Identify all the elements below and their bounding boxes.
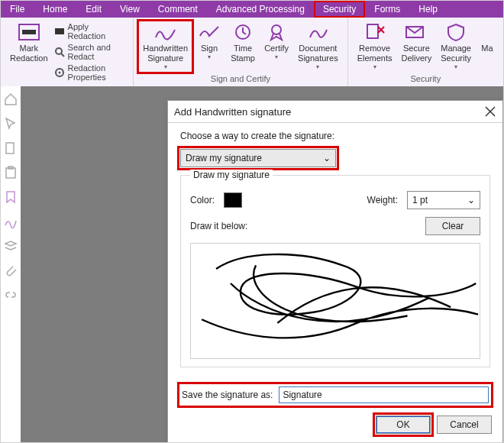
menu-forms[interactable]: Forms: [365, 1, 409, 18]
menu-home[interactable]: Home: [34, 1, 76, 18]
draw-panel-title: Draw my signature: [190, 170, 273, 180]
ok-button[interactable]: OK: [376, 416, 431, 434]
menu-file[interactable]: File: [1, 1, 34, 18]
chevron-down-icon: ⌄: [323, 153, 331, 163]
handwritten-signature-button[interactable]: Handwritten Signature▾: [138, 21, 192, 73]
save-as-label: Save the signature as:: [182, 390, 273, 400]
chevron-down-icon: ▾: [373, 63, 376, 71]
chevron-down-icon: ▾: [164, 63, 167, 71]
menu-help[interactable]: Help: [409, 1, 447, 18]
color-label: Color:: [190, 195, 215, 205]
weight-label: Weight:: [367, 195, 398, 205]
redaction-icon: [17, 22, 41, 42]
chevron-down-icon: ▾: [275, 53, 278, 61]
link-icon[interactable]: [4, 288, 18, 302]
manage-security-button-cut[interactable]: Ma: [476, 21, 499, 55]
cursor-icon[interactable]: [4, 117, 18, 131]
left-panel: [1, 86, 21, 442]
add-handwritten-signature-dialog: Add Handwritten signature Choose a way t…: [167, 100, 503, 443]
time-stamp-button[interactable]: Time Stamp: [226, 21, 260, 65]
sign-icon: [197, 22, 221, 42]
remove-elements-button[interactable]: Remove Elements▾: [353, 21, 397, 73]
mark-redaction-button[interactable]: Mark Redaction: [5, 21, 53, 65]
sign-certify-group-label: Sign and Certify: [138, 73, 342, 83]
apply-redaction-item[interactable]: Apply Redaction: [54, 22, 128, 40]
signature-method-value: Draw my signature: [186, 153, 262, 163]
envelope-lock-icon: [404, 22, 428, 42]
document-signatures-icon: [305, 22, 330, 42]
secure-delivery-button[interactable]: Secure Delivery: [397, 21, 437, 65]
weight-value: 1 pt: [412, 195, 428, 205]
sign-button[interactable]: Sign▾: [192, 21, 226, 63]
redaction-properties-item[interactable]: Redaction Properties: [54, 63, 128, 82]
handwritten-signature-icon: [153, 22, 178, 42]
signature-panel-icon[interactable]: [4, 215, 18, 228]
clear-button[interactable]: Clear: [425, 217, 480, 235]
security-group-label: Security: [353, 73, 499, 83]
ribbon: Mark Redaction Apply Redaction Search an…: [1, 18, 503, 87]
dialog-button-bar: OK Cancel: [168, 409, 502, 443]
manage-security-button[interactable]: Manage Security▾: [436, 21, 476, 73]
dialog-title: Add Handwritten signature: [174, 106, 291, 118]
svg-rect-14: [6, 168, 15, 178]
search-redact-item[interactable]: Search and Redact: [54, 43, 128, 61]
save-signature-row: Save the signature as: Signature: [180, 385, 490, 405]
clock-icon: [231, 22, 255, 42]
remove-elements-icon: [363, 22, 387, 42]
mark-redaction-label: Mark Redaction: [10, 44, 48, 63]
layers-icon[interactable]: [4, 239, 18, 253]
apply-redaction-icon: [54, 26, 65, 37]
menu-edit[interactable]: Edit: [76, 1, 111, 18]
svg-point-3: [56, 48, 62, 54]
svg-point-8: [272, 25, 281, 34]
menu-view[interactable]: View: [111, 1, 149, 18]
menu-comment[interactable]: Comment: [149, 1, 207, 18]
shield-icon: [444, 22, 468, 42]
svg-rect-13: [6, 143, 14, 154]
weight-dropdown[interactable]: 1 pt ⌄: [407, 191, 480, 209]
chevron-down-icon: ▾: [454, 63, 457, 71]
draw-signature-panel: Draw my signature Color: Weight: 1 pt ⌄ …: [180, 175, 490, 367]
svg-rect-1: [22, 30, 36, 34]
signature-canvas[interactable]: [190, 243, 480, 359]
ribbon-group-sign-certify: Handwritten Signature▾ Sign▾ Time Stamp …: [134, 18, 347, 86]
color-swatch[interactable]: [224, 192, 242, 208]
shield-icon: [476, 22, 499, 42]
ribbon-award-icon: [264, 22, 289, 42]
search-icon: [54, 47, 65, 57]
page-icon[interactable]: [4, 141, 18, 155]
certify-button[interactable]: Certify▾: [260, 21, 293, 63]
svg-line-4: [61, 53, 64, 57]
attachment-icon[interactable]: [4, 264, 18, 277]
home-icon[interactable]: [4, 92, 18, 106]
ribbon-group-redaction: Mark Redaction Apply Redaction Search an…: [1, 18, 134, 86]
clipboard-icon[interactable]: [4, 166, 18, 179]
gear-icon: [54, 67, 65, 78]
svg-rect-9: [367, 24, 378, 38]
bookmark-icon[interactable]: [4, 190, 18, 204]
svg-rect-2: [55, 28, 64, 34]
svg-point-6: [58, 72, 60, 74]
menu-bar: File Home Edit View Comment Advanced Pro…: [1, 1, 503, 18]
chevron-down-icon: ⌄: [467, 195, 475, 205]
draw-below-label: Draw it below:: [190, 221, 247, 231]
close-icon[interactable]: [484, 105, 496, 118]
ribbon-group-security: Remove Elements▾ Secure Delivery Manage …: [348, 18, 503, 86]
signature-name-input[interactable]: Signature: [279, 386, 489, 403]
menu-advanced-processing[interactable]: Advanced Processing: [207, 1, 314, 18]
chevron-down-icon: ▾: [208, 53, 211, 61]
chevron-down-icon: ▾: [316, 63, 319, 71]
document-signatures-button[interactable]: Document Signatures▾: [293, 21, 343, 73]
cancel-button[interactable]: Cancel: [437, 416, 492, 434]
menu-security[interactable]: Security: [314, 1, 365, 18]
choose-method-label: Choose a way to create the signature:: [180, 131, 490, 141]
signature-method-dropdown[interactable]: Draw my signature ⌄: [180, 149, 336, 167]
